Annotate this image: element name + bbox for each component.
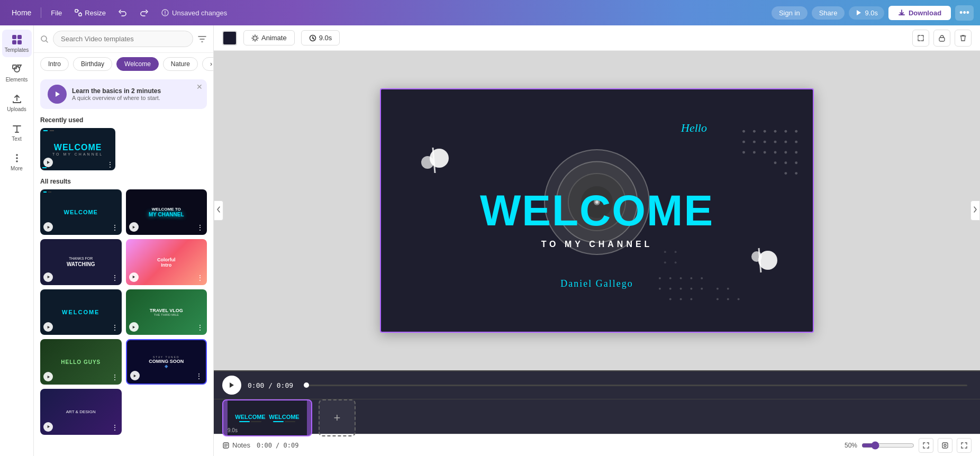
template-thumb-7[interactable]: HELLO GUYS ⋮ bbox=[40, 339, 122, 385]
notes-button[interactable]: Notes bbox=[222, 441, 250, 449]
download-button[interactable]: Download bbox=[888, 6, 951, 20]
thumb-more-btn-2[interactable]: ⋮ bbox=[196, 223, 204, 232]
canvas-frame[interactable]: Hello WELCOME TO MY CHANNEL Daniel Galle… bbox=[380, 88, 814, 333]
thumb-more-btn-8[interactable]: ⋮ bbox=[195, 372, 203, 380]
duration-button[interactable]: 9.0s bbox=[849, 6, 884, 20]
svg-point-48 bbox=[795, 161, 797, 164]
filter-icon[interactable] bbox=[197, 34, 207, 44]
svg-marker-81 bbox=[230, 382, 234, 388]
thumb-more-btn[interactable]: ⋮ bbox=[107, 161, 113, 168]
resize-button[interactable]: Resize bbox=[69, 7, 111, 19]
hello-text: Hello bbox=[681, 121, 707, 135]
animate-button[interactable]: Animate bbox=[243, 30, 295, 45]
sidebar-item-templates[interactable]: Templates bbox=[2, 30, 32, 57]
thumb-play-btn-3[interactable] bbox=[43, 272, 53, 282]
tag-intro[interactable]: Intro bbox=[40, 57, 69, 71]
play-button[interactable] bbox=[222, 376, 241, 395]
tag-more[interactable]: › bbox=[202, 57, 213, 71]
thumb-play-btn-9[interactable] bbox=[43, 422, 53, 432]
bottom-bar: Notes 0:00 / 0:09 50% bbox=[214, 434, 980, 456]
text-label: Text bbox=[12, 136, 21, 142]
svg-rect-7 bbox=[17, 40, 22, 44]
template-thumb-5[interactable]: WELCOME ⋮ bbox=[40, 289, 122, 335]
thumb-play-btn-4[interactable] bbox=[129, 272, 139, 282]
svg-rect-5 bbox=[17, 35, 22, 39]
thumb-more-btn-9[interactable]: ⋮ bbox=[111, 423, 119, 432]
sidebar-item-more[interactable]: More bbox=[2, 148, 32, 176]
clip-inner: WELCOME WELCOME bbox=[223, 414, 311, 422]
template-thumb-4[interactable]: ColorfulIntro ⋮ bbox=[126, 239, 207, 285]
scrubber-handle[interactable] bbox=[304, 382, 309, 388]
unsaved-indicator: Unsaved changes bbox=[156, 6, 232, 19]
delete-canvas-btn[interactable] bbox=[955, 30, 972, 47]
template-thumb-9[interactable]: ART & DESIGN ⋮ bbox=[40, 389, 122, 434]
template-thumb-3[interactable]: THANKS FORWATCHING ⋮ bbox=[40, 239, 122, 285]
clip-handle-left[interactable] bbox=[223, 400, 228, 435]
resize-canvas-btn[interactable] bbox=[912, 30, 929, 47]
thumb-play-btn-2[interactable] bbox=[129, 222, 139, 232]
actual-size-btn[interactable] bbox=[938, 438, 952, 453]
sidebar-item-text[interactable]: Text bbox=[2, 118, 32, 146]
template-thumb-6[interactable]: TRAVEL VLOG THE THIRD MILE ⋮ bbox=[126, 289, 207, 335]
svg-point-67 bbox=[727, 298, 729, 300]
home-button[interactable]: Home bbox=[6, 6, 37, 19]
fullscreen-btn[interactable] bbox=[957, 438, 972, 453]
redo-icon bbox=[140, 8, 148, 17]
template-thumb-1[interactable]: WELCOME ⋮ bbox=[40, 189, 122, 235]
welcome-text[interactable]: WELCOME bbox=[480, 186, 714, 235]
zoom-slider[interactable] bbox=[861, 441, 914, 450]
thumb-play-btn-1[interactable] bbox=[43, 222, 53, 232]
timeline-scrubber[interactable] bbox=[304, 385, 967, 386]
color-swatch[interactable] bbox=[222, 31, 237, 45]
main-clip[interactable]: WELCOME WELCOME bbox=[222, 399, 312, 436]
chevron-left-icon bbox=[216, 204, 221, 215]
thumb-more-btn-6[interactable]: ⋮ bbox=[196, 323, 204, 332]
sidebar-item-elements[interactable]: Elements bbox=[2, 59, 32, 87]
redo-button[interactable] bbox=[134, 6, 153, 19]
thumb-more-btn-1[interactable]: ⋮ bbox=[111, 223, 119, 232]
thumb-play-btn[interactable] bbox=[43, 158, 53, 167]
name-text[interactable]: Daniel Gallego bbox=[560, 278, 633, 289]
template-thumb-recent-1[interactable]: WELCOME TO MY CHANNEL ⋮ bbox=[40, 128, 115, 170]
thumb-more-btn-5[interactable]: ⋮ bbox=[111, 323, 119, 332]
fit-screen-btn[interactable] bbox=[919, 438, 933, 453]
undo-button[interactable] bbox=[113, 6, 132, 19]
svg-point-30 bbox=[764, 130, 766, 133]
uploads-icon bbox=[11, 93, 23, 105]
template-thumb-8[interactable]: STAY TUNED COMING SOON ◈ ⋮ bbox=[126, 339, 207, 385]
thumb-more-btn-3[interactable]: ⋮ bbox=[111, 273, 119, 282]
signin-button[interactable]: Sign in bbox=[772, 6, 807, 20]
svg-point-29 bbox=[753, 130, 756, 133]
duration-btn[interactable]: 9.0s bbox=[301, 30, 340, 45]
share-button[interactable]: Share bbox=[812, 6, 845, 20]
tag-nature[interactable]: Nature bbox=[163, 57, 198, 71]
collapse-left-btn[interactable] bbox=[214, 200, 223, 221]
search-input[interactable] bbox=[53, 31, 193, 47]
svg-point-36 bbox=[764, 141, 766, 143]
time-display: 0:00 / 0:09 bbox=[248, 381, 293, 389]
templates-label: Templates bbox=[5, 47, 29, 53]
thumb-more-btn-4[interactable]: ⋮ bbox=[196, 273, 204, 282]
template-thumb-2[interactable]: WELCOME TO MY CHANNEL ⋮ bbox=[126, 189, 207, 235]
thumb-play-btn-8[interactable] bbox=[130, 371, 140, 380]
timeline-tracks: WELCOME WELCOME bbox=[214, 399, 980, 436]
thumb-play-btn-7[interactable] bbox=[43, 372, 53, 381]
svg-marker-24 bbox=[134, 375, 136, 377]
add-clip-button[interactable]: + bbox=[319, 399, 356, 436]
clip-handle-right[interactable] bbox=[307, 400, 311, 435]
channel-text[interactable]: TO MY CHANNEL bbox=[541, 240, 653, 249]
thumb-play-btn-5[interactable] bbox=[43, 322, 53, 332]
panel-content: Learn the basics in 2 minutes A quick ov… bbox=[34, 75, 213, 456]
tag-birthday[interactable]: Birthday bbox=[73, 57, 112, 71]
svg-point-44 bbox=[784, 151, 787, 153]
lock-canvas-btn[interactable] bbox=[933, 30, 950, 47]
thumb-more-btn-7[interactable]: ⋮ bbox=[111, 373, 119, 381]
more-options-button[interactable]: ••• bbox=[955, 5, 974, 21]
promo-close-button[interactable]: ✕ bbox=[196, 83, 203, 91]
svg-point-38 bbox=[784, 141, 787, 143]
sidebar-item-uploads[interactable]: Uploads bbox=[2, 89, 32, 116]
file-button[interactable]: File bbox=[46, 7, 67, 19]
expand-right-btn[interactable] bbox=[970, 200, 980, 221]
thumb-play-btn-6[interactable] bbox=[129, 322, 139, 332]
tag-welcome[interactable]: Welcome bbox=[116, 57, 159, 71]
